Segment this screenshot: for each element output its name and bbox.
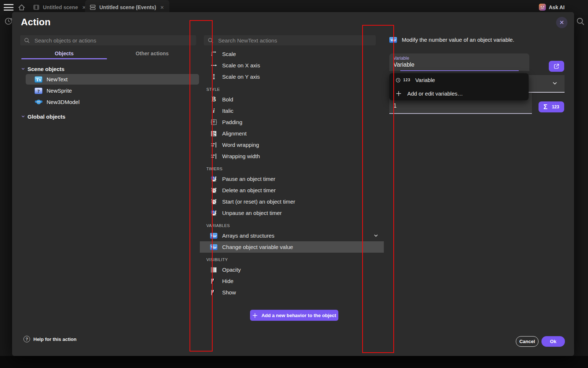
close-icon: ✕ [559,19,564,26]
object-label: NewSprite [47,88,72,94]
global-search-icon[interactable] [576,17,585,26]
section-header-variables: VARIABLES [200,219,384,230]
padding-icon [210,119,217,126]
tab-close-icon[interactable]: ✕ [159,5,165,10]
open-full-editor-button[interactable] [549,61,564,72]
alignment-icon [210,130,217,137]
external-link-icon [553,63,560,70]
wrap-width-icon [210,153,217,160]
help-link[interactable]: ? Help for this action [23,336,77,342]
action-unpause-timer[interactable]: Unpause an object timer [200,207,384,219]
section-header-style: STYLE [200,82,384,94]
ask-ai-button[interactable]: Ask AI [539,3,565,11]
scene-film-icon [33,4,40,11]
italic-icon: i [210,107,217,115]
action-list: Scale Scale on X axis Scale on Y axis ST… [200,48,384,298]
search-icon [24,37,30,44]
sprite-object-icon: ? [34,88,43,94]
objects-search[interactable] [20,35,196,45]
events-sheet-icon [89,4,96,11]
chevron-down-icon[interactable] [373,233,379,238]
action-delete-timer[interactable]: Delete an object timer [200,185,384,196]
action-change-object-variable[interactable]: Var Change object variable value [200,241,384,253]
action-padding[interactable]: Padding [200,116,384,128]
model3d-object-icon [34,98,43,105]
var-icon: Var [210,233,217,239]
dropdown-item-variable[interactable]: 123 Variable [389,73,529,87]
action-description-text: Modify the number value of an object var… [402,37,514,43]
cancel-button[interactable]: Cancel [516,336,539,347]
section-header-visibility: VISIBILITY [200,253,384,264]
dropdown-item-add-variables[interactable]: Add or edit variables… [389,87,529,100]
action-wrapping-width[interactable]: Wrapping width [200,150,384,162]
number-type-badge: 123 [552,104,559,109]
hide-icon [210,278,217,285]
add-behavior-label: Add a new behavior to the object [261,313,336,318]
dialog-title: Action [21,16,51,28]
action-alignment[interactable]: Alignment [200,128,384,139]
action-scale[interactable]: Scale [200,48,384,60]
action-italic[interactable]: i Italic [200,105,384,116]
timer-icon [210,187,217,194]
action-opacity[interactable]: Opacity [200,264,384,275]
actions-search-input[interactable] [217,37,372,44]
section-header-timers: TIMERS [200,162,384,173]
action-start-timer[interactable]: Start (or reset) an object timer [200,196,384,207]
group-global-objects[interactable]: Global objects [21,112,65,121]
tab-objects[interactable]: Objects [20,48,108,59]
app-root: Untitled scene ✕ Untitled scene (Events)… [0,0,588,368]
variable-dropdown: 123 Variable Add or edit variables… [389,73,529,100]
scale-y-icon [210,73,217,80]
search-icon [207,37,214,44]
group-label: Global objects [27,114,65,120]
group-scene-objects[interactable]: Scene objects [21,64,65,73]
objects-search-input[interactable] [34,37,192,44]
chevron-down-icon [21,67,25,71]
tab-label: Untitled scene [43,4,78,10]
dropdown-item-label: Variable [415,77,435,83]
object-row-newtext[interactable]: Tx NewText [26,74,199,85]
opacity-icon [210,267,217,273]
dropdown-item-label: Add or edit variables… [407,90,463,97]
timer-play-icon [210,209,217,216]
variable-field[interactable]: Variable [389,53,529,71]
action-word-wrapping[interactable]: Word wrapping [200,139,384,150]
ask-ai-label: Ask AI [549,4,565,10]
variable-scope-icon [396,78,401,83]
bold-icon: B [210,96,217,103]
word-wrap-icon [210,141,217,148]
ok-button[interactable]: Ok [541,336,565,347]
history-icon[interactable] [4,17,13,26]
action-scale-x[interactable]: Scale on X axis [200,60,384,71]
help-icon: ? [23,336,30,342]
robot-icon [539,3,546,11]
show-icon [210,289,217,296]
var-icon: Var [389,36,397,43]
timer-pause-icon [210,175,217,182]
object-row-new3dmodel[interactable]: New3DModel [26,97,199,107]
action-arrays-structures[interactable]: Var Arrays and structures [200,230,384,241]
home-icon[interactable] [17,3,27,12]
variable-field-label: Variable [393,56,409,61]
actions-search[interactable] [204,35,376,45]
chevron-down-icon [21,114,25,119]
variable-input[interactable] [393,62,514,68]
action-pause-timer[interactable]: Pause an object timer [200,173,384,185]
number-type-badge: 123 [403,78,411,82]
timer-icon [210,198,217,205]
chevron-down-icon [552,80,558,86]
menu-icon[interactable] [4,4,14,11]
action-bold[interactable]: B Bold [200,94,384,105]
expression-builder-button[interactable]: Σ 123 [539,101,564,112]
action-hide[interactable]: Hide [200,275,384,287]
dialog-close-button[interactable]: ✕ [556,17,567,28]
action-show[interactable]: Show [200,287,384,298]
object-row-newsprite[interactable]: ? NewSprite [26,85,199,96]
value-input[interactable] [393,103,514,109]
add-behavior-button[interactable]: Add a new behavior to the object [250,310,338,321]
action-scale-y[interactable]: Scale on Y axis [200,71,384,82]
tab-other-actions[interactable]: Other actions [108,48,196,59]
tab-label: Untitled scene (Events) [99,4,156,10]
action-dialog: Action ✕ Objects Other actions Scene obj… [12,12,574,356]
scale-icon [210,51,217,57]
